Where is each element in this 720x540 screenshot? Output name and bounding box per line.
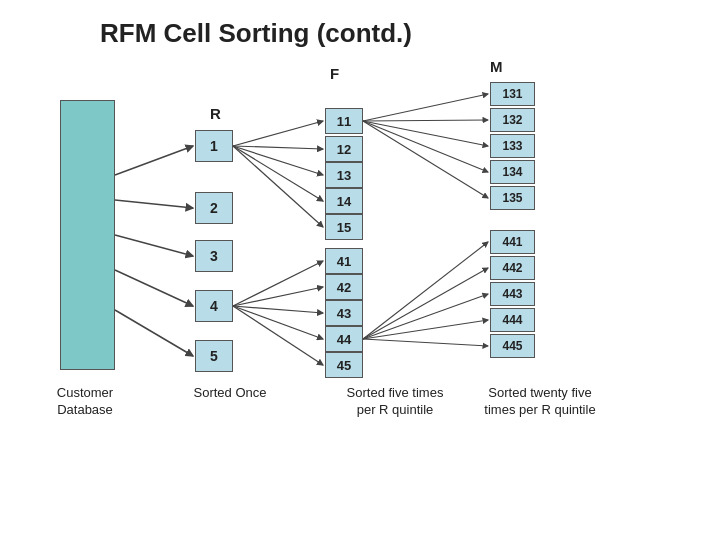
m-cell-443: 443 [490,282,535,306]
m-cell-132: 132 [490,108,535,132]
sorted-five-label: Sorted five timesper R quintile [340,385,450,419]
r-header: R [210,105,221,122]
m-header: M [490,58,503,75]
svg-line-20 [363,121,488,198]
svg-line-5 [115,310,193,356]
svg-line-10 [233,146,323,227]
svg-line-4 [115,270,193,306]
f-cell-13: 13 [325,162,363,188]
r-cell-5: 5 [195,340,233,372]
f-cell-11: 11 [325,108,363,134]
m-cell-445: 445 [490,334,535,358]
svg-line-18 [363,121,488,146]
m-cell-134: 134 [490,160,535,184]
sorted-once-label: Sorted Once [185,385,275,402]
svg-line-16 [363,94,488,121]
f-cell-41: 41 [325,248,363,274]
m-cell-131: 131 [490,82,535,106]
r-cell-1: 1 [195,130,233,162]
svg-line-9 [233,146,323,201]
f-cell-44: 44 [325,326,363,352]
svg-line-7 [233,146,323,149]
m-cell-133: 133 [490,134,535,158]
svg-line-13 [233,306,323,313]
svg-line-23 [363,294,488,339]
svg-line-15 [233,306,323,365]
svg-line-3 [115,235,193,256]
f-cell-45: 45 [325,352,363,378]
svg-line-21 [363,242,488,339]
sorted-twentyfive-label: Sorted twenty fivetimes per R quintile [475,385,605,419]
m-cell-444: 444 [490,308,535,332]
svg-line-17 [363,120,488,121]
svg-line-6 [233,121,323,146]
f-cell-43: 43 [325,300,363,326]
r-cell-3: 3 [195,240,233,272]
m-cell-135: 135 [490,186,535,210]
f-cell-42: 42 [325,274,363,300]
svg-line-19 [363,121,488,172]
svg-line-25 [363,339,488,346]
svg-line-22 [363,268,488,339]
customer-database-rect [60,100,115,370]
svg-line-14 [233,306,323,339]
svg-line-1 [115,146,193,175]
svg-line-11 [233,261,323,306]
f-cell-14: 14 [325,188,363,214]
svg-line-8 [233,146,323,175]
f-cell-12: 12 [325,136,363,162]
r-cell-4: 4 [195,290,233,322]
f-cell-15: 15 [325,214,363,240]
r-cell-2: 2 [195,192,233,224]
svg-line-12 [233,287,323,306]
f-header: F [330,65,339,82]
page-title: RFM Cell Sorting (contd.) [100,18,412,49]
svg-line-24 [363,320,488,339]
m-cell-442: 442 [490,256,535,280]
svg-line-2 [115,200,193,208]
customer-database-label: CustomerDatabase [35,385,135,419]
m-cell-441: 441 [490,230,535,254]
